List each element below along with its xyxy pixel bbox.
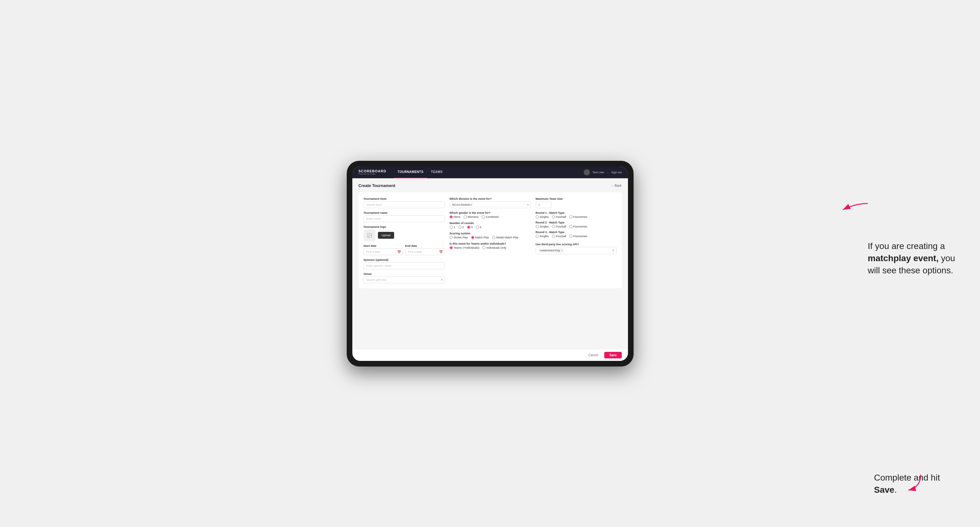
event-teams[interactable]: Teams (+Individuals): [450, 246, 480, 249]
tournament-logo-group: Tournament logo Upload: [364, 225, 445, 241]
save-button[interactable]: Save: [604, 352, 621, 359]
round1-fourball[interactable]: Fourball: [552, 215, 566, 219]
round-3-label: 3: [471, 225, 473, 229]
nav-teams[interactable]: TEAMS: [427, 167, 447, 178]
start-date-group: Start date 📅: [364, 244, 403, 255]
round3-foursomes[interactable]: Foursomes: [570, 235, 587, 238]
round-2[interactable]: 2: [458, 225, 464, 229]
round2-singles-radio[interactable]: [536, 225, 539, 228]
form-footer: Cancel Save: [352, 349, 628, 361]
round2-options: Singles Fourball Foursomes: [536, 225, 617, 228]
round3-foursomes-radio[interactable]: [570, 235, 573, 238]
gender-womens[interactable]: Womens: [464, 215, 479, 219]
division-group: Which division is the event for? NCAA Di…: [450, 197, 531, 208]
rounds-group: Number of rounds 1 2: [450, 222, 531, 229]
scoring-medal-radio[interactable]: [492, 236, 495, 239]
tournament-logo-label: Tournament logo: [364, 225, 445, 229]
division-select[interactable]: NCAA Division I NCAA Division II NCAA Di…: [450, 201, 531, 208]
scoring-api-label: Use third-party live scoring API?: [536, 243, 617, 246]
logo-placeholder: [364, 229, 375, 241]
gender-womens-radio[interactable]: [464, 215, 467, 219]
nav-bar: SCOREBOARD Powered by clippi TOURNAMENTS…: [352, 167, 628, 178]
gender-mens-radio[interactable]: [450, 215, 453, 219]
round2-fourball[interactable]: Fourball: [552, 225, 566, 228]
round1-singles[interactable]: Singles: [536, 215, 549, 219]
round1-fourball-radio[interactable]: [552, 215, 555, 219]
round-3[interactable]: 3: [467, 225, 473, 229]
back-link[interactable]: ← Back: [611, 184, 621, 187]
upload-button[interactable]: Upload: [378, 232, 395, 239]
round1-foursomes[interactable]: Foursomes: [570, 215, 587, 219]
gender-group: Which gender is the event for? Mens Wome…: [450, 211, 531, 219]
round-4-radio[interactable]: [476, 225, 479, 229]
event-type-label: Is this event for Teams and/or Individua…: [450, 242, 531, 245]
sign-out-link[interactable]: Sign out: [611, 171, 621, 174]
round1-singles-label: Singles: [540, 215, 549, 219]
event-individuals[interactable]: Individuals Only: [482, 246, 506, 249]
round3-fourball-radio[interactable]: [552, 235, 555, 238]
gender-combined-radio[interactable]: [482, 215, 485, 219]
sponsor-input[interactable]: [364, 262, 445, 269]
logo-area: SCOREBOARD Powered by clippi: [359, 170, 386, 175]
scoring-label: Scoring system: [450, 232, 531, 235]
max-team-size-input[interactable]: [536, 201, 551, 208]
tournament-name-input[interactable]: [364, 215, 445, 222]
svg-point-1: [368, 234, 369, 235]
rounds-label: Number of rounds: [450, 222, 531, 225]
round2-match-type: Round 2 - Match Type Singles Fourball: [536, 221, 617, 228]
venue-select-wrapper: [364, 276, 445, 283]
event-individuals-radio[interactable]: [482, 246, 485, 249]
round-3-radio[interactable]: [467, 225, 470, 229]
round2-fourball-radio[interactable]: [552, 225, 555, 228]
gender-label: Which gender is the event for?: [450, 211, 531, 214]
nav-tournaments[interactable]: TOURNAMENTS: [394, 167, 427, 178]
round1-singles-radio[interactable]: [536, 215, 539, 219]
venue-label: Venue: [364, 272, 445, 276]
end-date-label: End date: [405, 244, 445, 248]
gender-mens[interactable]: Mens: [450, 215, 461, 219]
tournament-name-group: Tournament name: [364, 211, 445, 222]
tournament-host-input[interactable]: [364, 201, 445, 208]
round1-label: Round 1 - Match Type: [536, 211, 617, 214]
round2-singles[interactable]: Singles: [536, 225, 549, 228]
scoring-stroke[interactable]: Stroke Play: [450, 236, 468, 239]
round3-singles[interactable]: Singles: [536, 235, 549, 238]
round3-fourball[interactable]: Fourball: [552, 235, 566, 238]
round1-match-type: Round 1 - Match Type Singles Fourball: [536, 211, 617, 219]
round2-foursomes[interactable]: Foursomes: [570, 225, 587, 228]
scoring-stroke-radio[interactable]: [450, 236, 453, 239]
round-1-radio[interactable]: [450, 225, 453, 229]
round2-singles-label: Singles: [540, 225, 549, 228]
tablet-screen: SCOREBOARD Powered by clippi TOURNAMENTS…: [352, 167, 628, 361]
calendar-icon-end: 📅: [439, 250, 443, 253]
scoring-api-select[interactable]: Leaderboard King × ▾: [536, 247, 617, 254]
scoring-stroke-label: Stroke Play: [454, 236, 468, 239]
arrow-bottom: [896, 471, 927, 493]
round1-foursomes-label: Foursomes: [573, 215, 587, 219]
scoring-api-group: Use third-party live scoring API? Leader…: [536, 243, 617, 254]
gender-combined[interactable]: Combined: [482, 215, 499, 219]
scoring-match[interactable]: Match Play: [471, 236, 489, 239]
scoring-medal[interactable]: Medal Match Play: [492, 236, 519, 239]
calendar-icon-start: 📅: [397, 250, 401, 253]
user-name: Test User: [592, 171, 604, 174]
gender-mens-label: Mens: [454, 215, 461, 219]
round-4-label: 4: [480, 225, 481, 229]
venue-input[interactable]: [364, 276, 445, 283]
round3-singles-radio[interactable]: [536, 235, 539, 238]
round1-foursomes-radio[interactable]: [570, 215, 573, 219]
cancel-button[interactable]: Cancel: [585, 352, 602, 359]
scoring-match-radio[interactable]: [471, 236, 474, 239]
round-2-radio[interactable]: [458, 225, 461, 229]
gender-womens-label: Womens: [468, 215, 479, 219]
round2-fourball-label: Fourball: [556, 225, 566, 228]
round-1[interactable]: 1: [450, 225, 455, 229]
event-teams-radio[interactable]: [450, 246, 453, 249]
round-4[interactable]: 4: [476, 225, 481, 229]
round3-foursomes-label: Foursomes: [573, 235, 587, 238]
scoring-match-label: Match Play: [475, 236, 489, 239]
round2-foursomes-radio[interactable]: [570, 225, 573, 228]
logo-text: SCOREBOARD: [359, 170, 386, 173]
scoring-api-remove[interactable]: ×: [561, 249, 563, 252]
round3-options: Singles Fourball Foursomes: [536, 235, 617, 238]
